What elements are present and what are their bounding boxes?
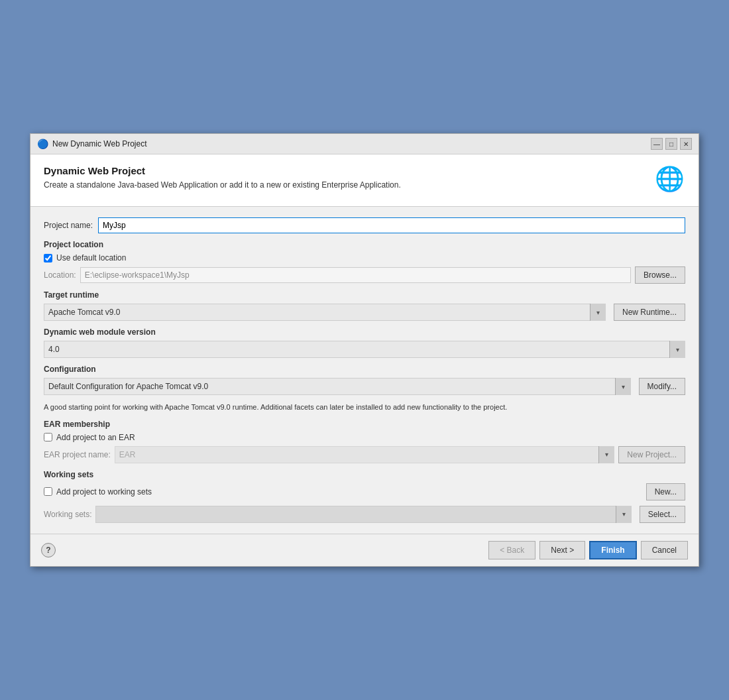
title-bar: 🔵 New Dynamic Web Project — □ ✕ [30, 134, 699, 154]
select-working-sets-button[interactable]: Select... [640, 506, 685, 523]
add-to-working-sets-checkbox[interactable] [44, 487, 52, 496]
target-runtime-row: Apache Tomcat v9.0 ▾ New Runtime... [44, 304, 685, 321]
dialog-body: Project name: Project location Use defau… [30, 207, 699, 534]
configuration-select-wrapper: Default Configuration for Apache Tomcat … [44, 378, 631, 395]
project-name-label: Project name: [44, 221, 93, 230]
help-icon: ? [46, 546, 50, 555]
module-version-select[interactable]: 4.0 [44, 341, 685, 358]
working-sets-select [95, 506, 631, 523]
footer-right: < Back Next > Finish Cancel [488, 541, 688, 559]
ear-membership-section-title: EAR membership [44, 420, 685, 429]
new-working-set-button[interactable]: New... [646, 483, 685, 500]
add-to-ear-row: Add project to an EAR [44, 433, 685, 442]
close-icon: ✕ [683, 141, 689, 148]
modify-button[interactable]: Modify... [639, 378, 685, 395]
browse-button[interactable]: Browse... [635, 266, 685, 284]
module-version-select-wrapper: 4.0 ▾ [44, 341, 685, 358]
ear-project-name-label: EAR project name: [44, 450, 111, 459]
add-to-ear-checkbox[interactable] [44, 433, 52, 441]
dialog-title: New Dynamic Web Project [52, 139, 147, 148]
location-input [80, 267, 631, 283]
target-runtime-section-title: Target runtime [44, 290, 685, 300]
working-sets-label: Working sets: [44, 510, 91, 519]
header-title: Dynamic Web Project [44, 165, 401, 176]
configuration-select[interactable]: Default Configuration for Apache Tomcat … [44, 378, 631, 395]
module-version-row: 4.0 ▾ [44, 341, 685, 358]
ear-project-select-wrapper: EAR ▾ [115, 446, 615, 463]
use-default-location-row: Use default location [44, 253, 685, 262]
footer-left: ? [41, 543, 56, 557]
configuration-hint: A good starting point for working with A… [44, 402, 685, 413]
maximize-icon: □ [669, 141, 673, 148]
dialog-header: Dynamic Web Project Create a standalone … [30, 154, 699, 207]
target-runtime-select[interactable]: Apache Tomcat v9.0 [44, 304, 606, 321]
close-button[interactable]: ✕ [680, 138, 692, 150]
add-to-ear-label: Add project to an EAR [56, 433, 135, 442]
project-name-input[interactable] [98, 217, 685, 233]
ear-project-select: EAR [115, 446, 615, 463]
target-runtime-select-wrapper: Apache Tomcat v9.0 ▾ [44, 304, 606, 321]
use-default-location-label: Use default location [56, 253, 126, 262]
module-version-section-title: Dynamic web module version [44, 327, 685, 337]
project-name-row: Project name: [44, 217, 685, 233]
cancel-button[interactable]: Cancel [641, 541, 688, 559]
help-button[interactable]: ? [41, 543, 56, 557]
minimize-icon: — [653, 141, 660, 148]
back-button[interactable]: < Back [488, 541, 535, 559]
new-dynamic-web-project-dialog: 🔵 New Dynamic Web Project — □ ✕ Dynamic … [30, 133, 699, 567]
use-default-location-checkbox[interactable] [44, 254, 52, 262]
project-location-section-title: Project location [44, 240, 685, 249]
add-to-working-sets-row: Add project to working sets New... [44, 483, 685, 500]
working-sets-row: Working sets: ▾ Select... [44, 506, 685, 523]
working-sets-section-title: Working sets [44, 470, 685, 479]
minimize-button[interactable]: — [651, 138, 663, 150]
next-button[interactable]: Next > [539, 541, 585, 559]
finish-button[interactable]: Finish [589, 541, 636, 559]
title-bar-left: 🔵 New Dynamic Web Project [37, 139, 147, 149]
location-label: Location: [44, 270, 76, 280]
header-text: Dynamic Web Project Create a standalone … [44, 165, 401, 190]
working-sets-select-wrapper: ▾ [95, 506, 631, 523]
new-project-button[interactable]: New Project... [618, 446, 685, 463]
add-to-working-sets-label: Add project to working sets [56, 487, 638, 496]
dialog-footer: ? < Back Next > Finish Cancel [30, 534, 699, 566]
header-icon: 🌐 [653, 165, 685, 197]
ear-project-row: EAR project name: EAR ▾ New Project... [44, 446, 685, 463]
location-row: Location: Browse... [44, 266, 685, 284]
header-description: Create a standalone Java-based Web Appli… [44, 180, 401, 190]
configuration-row: Default Configuration for Apache Tomcat … [44, 378, 685, 395]
configuration-section-title: Configuration [44, 365, 685, 374]
window-controls: — □ ✕ [651, 138, 692, 150]
maximize-button[interactable]: □ [665, 138, 677, 150]
app-icon: 🔵 [37, 139, 48, 149]
new-runtime-button[interactable]: New Runtime... [614, 304, 685, 321]
